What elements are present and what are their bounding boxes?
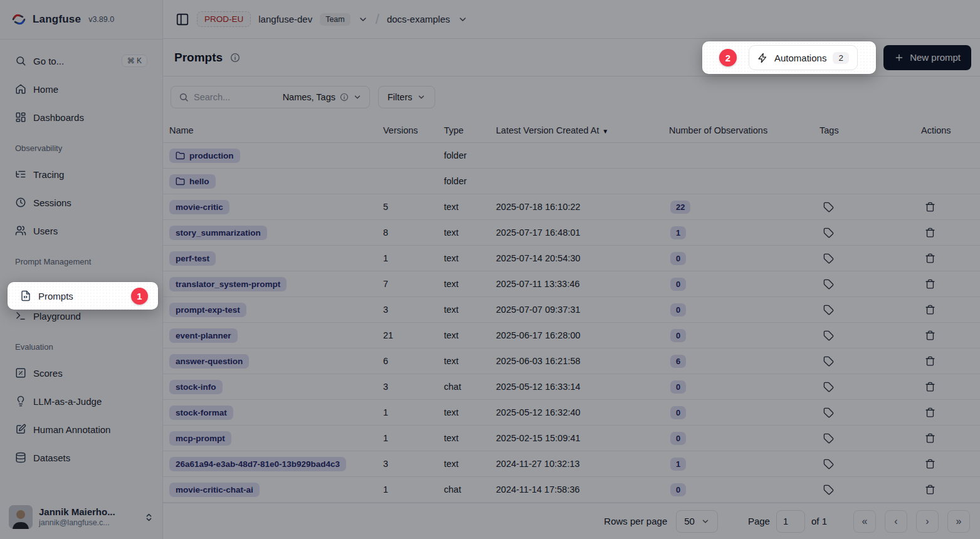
step-2-badge: 2 xyxy=(719,49,737,66)
zap-icon xyxy=(757,53,768,63)
step-1-badge: 1 xyxy=(131,288,148,305)
automations-count-badge: 2 xyxy=(833,52,849,64)
file-code-icon xyxy=(20,290,31,301)
prompts-label: Prompts xyxy=(38,291,73,301)
tutorial-dim-overlay xyxy=(0,0,980,539)
spotlight-automations: 2 Automations 2 xyxy=(702,41,876,74)
langfuse-app: Langfuse v3.89.0 Go to... ⌘ K Home xyxy=(0,0,980,539)
automations-button[interactable]: Automations 2 xyxy=(749,45,858,70)
spotlight-prompts-nav-item[interactable]: Prompts 1 xyxy=(8,282,158,310)
automations-label: Automations xyxy=(774,53,826,63)
